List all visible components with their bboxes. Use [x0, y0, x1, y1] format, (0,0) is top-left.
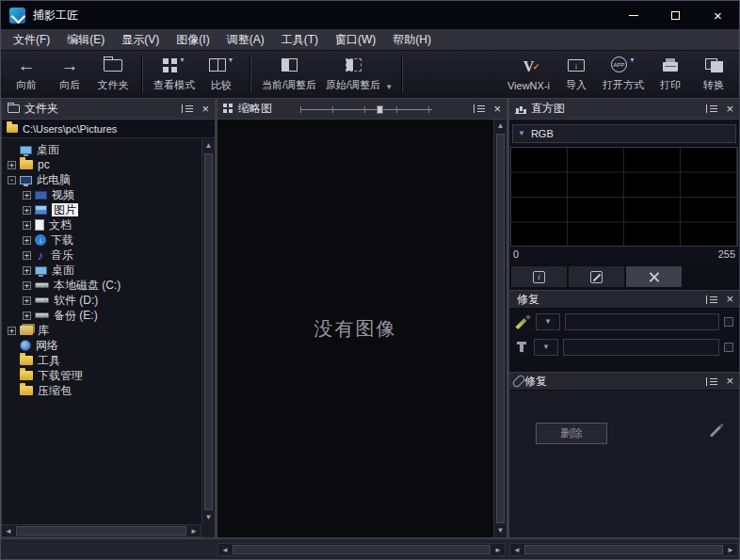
scroll-up-icon[interactable]: ▲ [494, 120, 507, 133]
tree-item-download-manager[interactable]: 下载管理 [2, 368, 201, 383]
scroll-down-icon[interactable]: ▼ [202, 511, 215, 524]
toolbar-overflow-caret[interactable]: ▼ [385, 83, 393, 91]
stamp-value-field[interactable] [563, 339, 719, 356]
panel-menu-icon[interactable] [182, 104, 193, 113]
panel-close-icon[interactable]: × [726, 375, 733, 388]
menu-file[interactable]: 文件(F) [5, 29, 58, 50]
original-adjusted-button[interactable]: 原始/调整后 [321, 53, 385, 96]
thumbnail-horizontal-scrollbar[interactable]: ◄ ► [217, 543, 506, 556]
scroll-right-icon[interactable]: ► [187, 525, 201, 537]
panel-menu-icon[interactable] [706, 377, 717, 386]
menu-help[interactable]: 帮助(H) [384, 29, 440, 50]
brush-value-field[interactable] [565, 313, 719, 330]
scroll-left-icon[interactable]: ◄ [218, 544, 232, 556]
expander-icon[interactable]: + [23, 206, 31, 215]
tree-item-documents[interactable]: + 文档 [2, 217, 201, 232]
tree-item-videos[interactable]: + 视频 [2, 187, 201, 202]
channel-select[interactable]: ▼ RGB [512, 124, 736, 143]
tree-item-libraries[interactable]: + 库 [2, 323, 201, 338]
viewnx-button[interactable]: V✓ ViewNX-i [503, 53, 555, 96]
expander-icon[interactable]: + [23, 191, 31, 200]
expander-icon[interactable]: + [23, 266, 31, 275]
folders-button[interactable]: 文件夹 [91, 53, 135, 96]
open-with-button[interactable]: APP▼ 打开方式 [598, 53, 649, 96]
scroll-right-icon[interactable]: ► [491, 544, 505, 556]
expander-icon[interactable]: + [23, 251, 31, 260]
scrollbar-thumb[interactable] [204, 153, 213, 510]
convert-button[interactable]: 转换 [692, 53, 735, 96]
delete-button[interactable]: 删除 [536, 423, 607, 444]
thumbnail-vertical-scrollbar[interactable]: ▲ ▼ [493, 120, 507, 537]
stamp-checkbox[interactable] [724, 343, 733, 352]
tree-item-archives[interactable]: 压缩包 [2, 383, 201, 398]
panel-menu-icon[interactable] [706, 104, 717, 113]
expander-icon[interactable]: + [8, 161, 16, 169]
panel-close-icon[interactable]: × [726, 103, 733, 116]
expander-icon[interactable]: + [23, 296, 31, 305]
expander-icon[interactable]: + [23, 281, 31, 290]
panel-menu-icon[interactable] [706, 296, 717, 304]
app-window: 捕影工匠 × 文件(F) 编辑(E) 显示(V) 图像(I) 调整(A) 工具(… [0, 0, 740, 560]
panel-close-icon[interactable]: × [726, 293, 733, 306]
tab-edit[interactable] [569, 266, 624, 287]
tree-item-this-pc[interactable]: - 此电脑 [2, 172, 201, 187]
view-mode-button[interactable]: ▼ 查看模式 [149, 53, 200, 96]
menu-image[interactable]: 图像(I) [168, 29, 217, 50]
titlebar: 捕影工匠 × [1, 1, 739, 29]
tree-item-downloads[interactable]: + ↓ 下载 [2, 232, 201, 248]
tree-item-drive-d[interactable]: + 软件 (D:) [2, 293, 201, 308]
close-button[interactable]: × [697, 1, 739, 29]
histogram-panel-title: 直方图 [531, 101, 565, 117]
menu-view[interactable]: 显示(V) [113, 29, 168, 50]
brush-size-dropdown[interactable]: ▼ [536, 313, 560, 330]
folders-horizontal-scrollbar[interactable]: ◄ ► [2, 524, 201, 537]
forward-button[interactable]: → 向后 [48, 53, 91, 96]
tree-item-tools-folder[interactable]: 工具 [2, 353, 201, 368]
folders-vertical-scrollbar[interactable]: ▲ ▼ [201, 139, 215, 524]
scroll-right-icon[interactable]: ► [724, 544, 737, 556]
scrollbar-thumb[interactable] [524, 545, 723, 554]
expander-icon[interactable]: + [23, 236, 31, 245]
expander-icon[interactable]: + [8, 327, 16, 335]
path-bar[interactable]: C:\Users\pc\Pictures [2, 120, 215, 138]
panel-close-icon[interactable]: × [493, 103, 501, 116]
print-button[interactable]: 打印 [649, 53, 692, 96]
tree-item-network[interactable]: 网络 [2, 338, 201, 353]
scroll-down-icon[interactable]: ▼ [494, 524, 507, 537]
tab-tools[interactable] [626, 266, 682, 287]
menu-window[interactable]: 窗口(W) [327, 29, 384, 50]
tree-item-pictures[interactable]: + 图片 [2, 202, 201, 217]
minimize-button[interactable] [612, 1, 654, 29]
back-button[interactable]: ← 向前 [5, 53, 48, 96]
compare-button[interactable]: ▼ 比较 [200, 53, 243, 96]
tab-info[interactable]: i [511, 266, 567, 287]
maximize-button[interactable] [654, 1, 697, 29]
panel-menu-icon[interactable] [474, 104, 485, 113]
menu-adjust[interactable]: 调整(A) [218, 29, 273, 50]
stamp-size-dropdown[interactable]: ▼ [534, 339, 558, 356]
scroll-left-icon[interactable]: ◄ [510, 544, 523, 556]
brush-checkbox[interactable] [724, 317, 733, 327]
menu-edit[interactable]: 编辑(E) [58, 29, 113, 50]
tree-item-music[interactable]: + ♪ 音乐 [2, 248, 201, 263]
expander-icon[interactable]: - [8, 176, 16, 184]
scrollbar-thumb[interactable] [496, 134, 505, 523]
menu-tools[interactable]: 工具(T) [273, 29, 327, 50]
tree-item-drive-e[interactable]: + 备份 (E:) [2, 308, 201, 323]
expander-icon[interactable]: + [23, 312, 31, 320]
scroll-up-icon[interactable]: ▲ [202, 139, 215, 152]
scrollbar-thumb[interactable] [16, 526, 186, 536]
right-panel-horizontal-scrollbar[interactable]: ◄ ► [509, 543, 738, 556]
expander-icon[interactable]: + [23, 221, 31, 230]
import-button[interactable]: ↓ 导入 [555, 53, 598, 96]
scroll-left-icon[interactable]: ◄ [2, 525, 15, 537]
current-adjusted-button[interactable]: 当前/调整后 [257, 53, 321, 96]
tree-item-desktop[interactable]: 桌面 [2, 142, 201, 157]
scrollbar-thumb[interactable] [233, 545, 491, 554]
tree-item-pc[interactable]: + pc [2, 157, 201, 172]
slider-thumb[interactable] [377, 105, 383, 114]
tree-item-drive-c[interactable]: + 本地磁盘 (C:) [2, 278, 201, 293]
thumbnail-size-slider[interactable] [300, 103, 432, 116]
panel-close-icon[interactable]: × [201, 103, 209, 116]
tree-item-desktop-folder[interactable]: + 桌面 [2, 263, 201, 278]
